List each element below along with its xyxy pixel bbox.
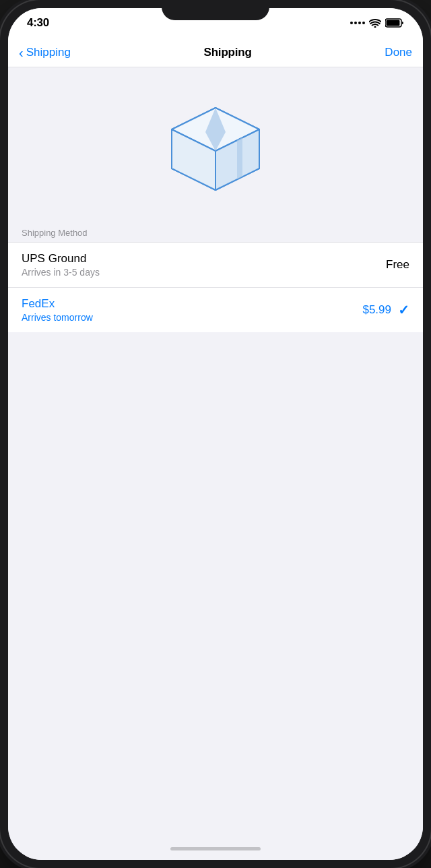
status-time: 4:30	[27, 16, 49, 30]
shipping-options-list: UPS Ground Arrives in 3-5 days Free FedE…	[8, 242, 423, 332]
phone-frame: 4:30	[0, 0, 431, 868]
home-bar	[170, 847, 261, 850]
status-icons	[350, 18, 404, 28]
ups-ground-price: Free	[386, 258, 409, 272]
ups-ground-subtitle: Arrives in 3-5 days	[22, 267, 100, 278]
wifi-icon	[369, 19, 381, 28]
content-area: Shipping Method UPS Ground Arrives in 3-…	[8, 67, 423, 837]
nav-bar: ‹ Shipping Shipping Done	[8, 38, 423, 67]
svg-marker-8	[237, 137, 242, 179]
ups-ground-option[interactable]: UPS Ground Arrives in 3-5 days Free	[8, 243, 423, 288]
done-button[interactable]: Done	[385, 46, 412, 59]
package-illustration	[158, 94, 273, 202]
fedex-name: FedEx	[22, 297, 93, 311]
fedex-left: FedEx Arrives tomorrow	[22, 297, 93, 323]
nav-title: Shipping	[204, 46, 252, 59]
ups-ground-name: UPS Ground	[22, 252, 100, 266]
fedex-option[interactable]: FedEx Arrives tomorrow $5.99 ✓	[8, 288, 423, 332]
ups-ground-right: Free	[386, 258, 409, 272]
home-indicator	[8, 837, 423, 860]
phone-screen: 4:30	[8, 8, 423, 860]
battery-icon	[385, 18, 404, 28]
fedex-right: $5.99 ✓	[362, 302, 409, 318]
svg-rect-1	[387, 20, 400, 26]
hero-section	[8, 67, 423, 222]
back-label: Shipping	[26, 46, 71, 59]
ups-ground-left: UPS Ground Arrives in 3-5 days	[22, 252, 100, 278]
selected-checkmark-icon: ✓	[398, 302, 409, 318]
section-label: Shipping Method	[8, 222, 423, 242]
fedex-price: $5.99	[362, 303, 391, 317]
fedex-subtitle: Arrives tomorrow	[22, 312, 93, 323]
back-button[interactable]: ‹ Shipping	[19, 46, 71, 59]
back-chevron-icon: ‹	[19, 46, 24, 59]
signal-icon	[350, 22, 365, 24]
notch	[162, 0, 269, 20]
